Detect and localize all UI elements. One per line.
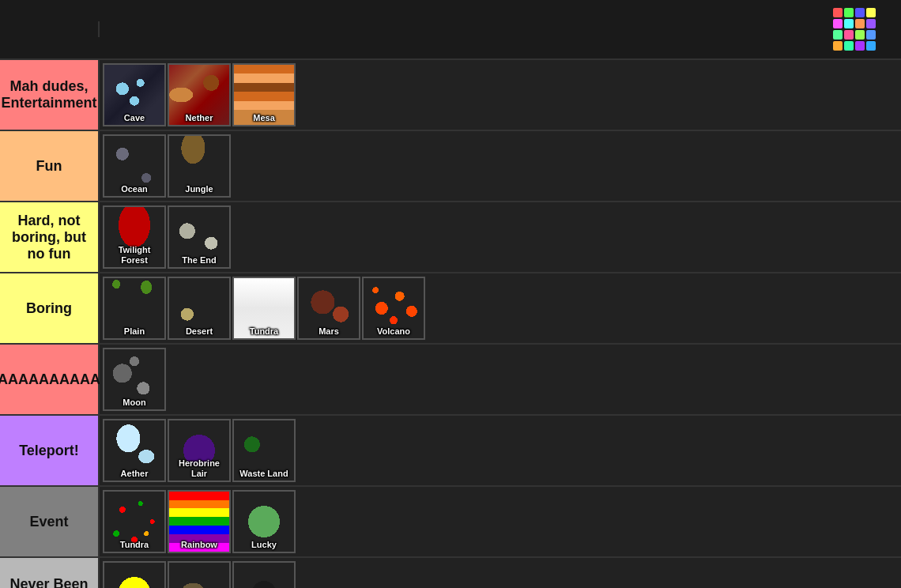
tier-item[interactable]: Cave [103, 63, 166, 126]
tier-row: Mah dudes, EntertainmentCaveNetherMesa [0, 60, 901, 131]
item-label: Volcano [364, 326, 424, 337]
item-label: Moon [104, 398, 164, 408]
header [0, 0, 901, 60]
item-background [169, 563, 229, 588]
tier-label: Teleport! [0, 416, 100, 485]
item-label: Cave [104, 113, 164, 123]
tier-item[interactable]: Desert [168, 277, 231, 340]
item-label: Tundra [104, 540, 164, 550]
tier-item[interactable]: Chronos' Lair [168, 561, 231, 588]
tier-row: Hard, not boring, but no funTwilight For… [0, 202, 901, 273]
tier-item[interactable]: Aether [103, 419, 166, 482]
tier-label: Fun [0, 131, 100, 201]
tier-item[interactable]: Mesa [232, 63, 296, 126]
tier-label: Event [0, 487, 100, 556]
tier-item[interactable]: Herobrine Lair [168, 419, 231, 482]
tier-label: Boring [0, 273, 100, 343]
tier-item[interactable]: Volcano [362, 277, 425, 340]
item-label: Aether [104, 469, 164, 479]
tier-label: AAAAAAAAAAAA [0, 345, 100, 414]
tier-row: BoringPlainDesertTundraMarsVolcano [0, 273, 901, 345]
item-label: Mesa [234, 113, 294, 123]
tier-items: Moon [100, 345, 901, 414]
tier-item[interactable]: Mars [297, 277, 360, 340]
tier-row: EventTundraRainbowLucky [0, 487, 901, 558]
tier-row: Teleport!AetherHerobrine LairWaste Land [0, 416, 901, 487]
logo-cell [844, 30, 854, 40]
logo-area [100, 0, 901, 58]
logo-cell [833, 41, 843, 51]
tier-row: Never Been there (YET)SunChronos' LairVo… [0, 558, 901, 588]
tier-label: Never Been there (YET) [0, 558, 100, 588]
tier-items: Twilight ForestThe End [100, 202, 901, 272]
logo-cell [866, 19, 876, 28]
logo-cell [866, 41, 876, 51]
tier-item[interactable]: The End [168, 205, 231, 269]
tier-item[interactable]: Moon [103, 348, 166, 411]
item-label: Mars [299, 326, 359, 337]
item-label: Waste Land [234, 469, 294, 479]
logo-grid [833, 8, 876, 51]
item-label: Tundra [234, 326, 294, 337]
tier-label: Hard, not boring, but no fun [0, 202, 100, 272]
item-label: Nether [169, 113, 229, 123]
item-label: The End [169, 255, 229, 266]
tier-list: Mah dudes, EntertainmentCaveNetherMesaFu… [0, 60, 901, 588]
item-label: Jungle [169, 184, 229, 194]
tier-item[interactable]: Ocean [103, 134, 166, 198]
tier-items: AetherHerobrine LairWaste Land [100, 416, 901, 485]
logo-cell [833, 30, 843, 40]
tier-item[interactable]: Nether [168, 63, 231, 126]
logo-cell [866, 8, 876, 17]
tier-item[interactable]: Tundra [232, 277, 296, 340]
logo-cell [833, 19, 843, 28]
tier-item[interactable]: Lucky [232, 490, 296, 553]
tier-items: CaveNetherMesa [100, 60, 901, 130]
item-background [234, 563, 294, 588]
logo-cell [855, 30, 865, 40]
tier-item[interactable]: Waste Land [232, 419, 296, 482]
logo-cell [844, 19, 854, 28]
tier-row: AAAAAAAAAAAAMoon [0, 345, 901, 416]
item-label: Lucky [234, 540, 294, 550]
logo-cell [844, 41, 854, 51]
tier-label: Mah dudes, Entertainment [0, 60, 100, 130]
watermark-label [0, 21, 100, 37]
tier-item[interactable]: Tundra [103, 490, 166, 553]
logo-cell [833, 8, 843, 17]
tier-items: TundraRainbowLucky [100, 487, 901, 556]
tier-item[interactable]: Void [232, 561, 296, 588]
tier-item[interactable]: Rainbow [168, 490, 231, 553]
item-label: Plain [104, 326, 164, 337]
logo-cell [866, 30, 876, 40]
tier-items: OceanJungle [100, 131, 901, 201]
logo-cell [855, 41, 865, 51]
item-label: Ocean [104, 184, 164, 194]
logo-cell [855, 8, 865, 17]
item-label: Twilight Forest [104, 245, 164, 266]
tier-row: FunOceanJungle [0, 131, 901, 202]
logo-cell [844, 8, 854, 17]
tier-item[interactable]: Twilight Forest [103, 205, 166, 269]
logo-cell [855, 19, 865, 28]
item-label: Herobrine Lair [169, 458, 229, 479]
item-label: Desert [169, 326, 229, 337]
tier-items: PlainDesertTundraMarsVolcano [100, 273, 901, 343]
item-background [104, 563, 164, 588]
item-label: Rainbow [169, 540, 229, 550]
tier-item[interactable]: Plain [103, 277, 166, 340]
tier-item[interactable]: Jungle [168, 134, 231, 198]
tier-items: SunChronos' LairVoid [100, 558, 901, 588]
tier-item[interactable]: Sun [103, 561, 166, 588]
